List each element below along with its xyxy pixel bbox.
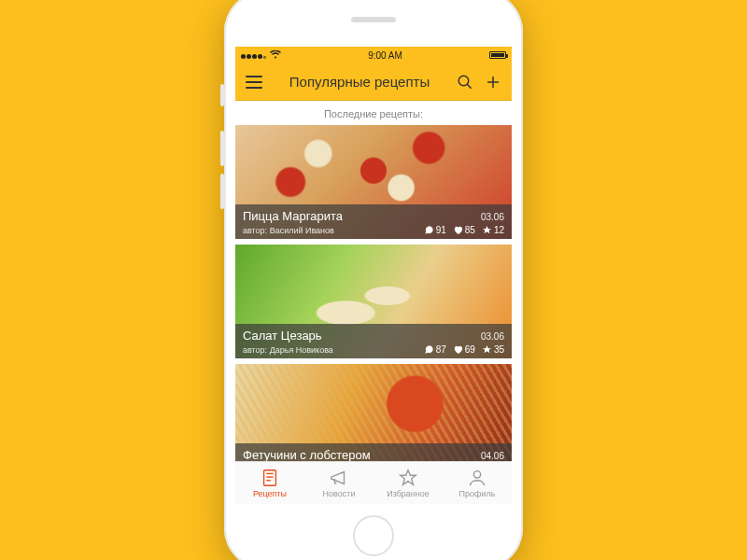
likes-stat: 69 (453, 344, 475, 355)
recipe-author: автор: Дарья Новикова (243, 345, 333, 355)
phone-side-button (220, 131, 224, 166)
recipe-title: Фетучини с лобстером (243, 448, 371, 461)
wifi-icon (270, 49, 281, 61)
recipe-overlay: Пицца Маргарита 03.06 автор: Василий Ива… (235, 204, 512, 239)
svg-line-1 (467, 84, 472, 89)
recipe-date: 03.06 (481, 212, 504, 222)
recipe-card[interactable]: Фетучини с лобстером 04.06 автор: Яросла… (235, 364, 512, 461)
tab-favorites[interactable]: Избранное (374, 462, 443, 504)
recipe-card[interactable]: Пицца Маргарита 03.06 автор: Василий Ива… (235, 125, 512, 239)
star-icon (482, 344, 492, 355)
add-button[interactable] (482, 71, 504, 93)
recipes-icon (260, 468, 280, 488)
svg-point-0 (458, 76, 469, 86)
comment-icon (424, 225, 434, 235)
recipe-stats: 91 85 12 (424, 225, 504, 235)
status-time: 9:00 AM (368, 50, 402, 61)
phone-frame: 9:00 AM Популярные рецепты Последние рец… (224, 0, 523, 560)
star-icon (482, 225, 492, 235)
megaphone-icon (329, 468, 349, 488)
recipe-card[interactable]: Салат Цезарь 03.06 автор: Дарья Новикова… (235, 245, 512, 358)
recipe-date: 04.06 (481, 451, 504, 461)
svg-point-8 (473, 471, 480, 478)
recipe-stats: 87 69 35 (424, 344, 504, 355)
recipe-title: Салат Цезарь (243, 329, 322, 343)
heart-icon (453, 225, 463, 235)
tab-news[interactable]: Новости (304, 462, 374, 504)
tab-label: Новости (323, 489, 356, 498)
recipe-overlay: Фетучини с лобстером 04.06 автор: Яросла… (235, 443, 512, 461)
tab-label: Рецепты (253, 489, 287, 498)
recipe-overlay: Салат Цезарь 03.06 автор: Дарья Новикова… (235, 324, 512, 358)
signal-icon (241, 50, 267, 61)
nav-bar: Популярные рецепты (235, 63, 512, 101)
hamburger-icon (246, 76, 262, 89)
tab-label: Избранное (387, 489, 430, 498)
search-button[interactable] (454, 71, 476, 93)
menu-button[interactable] (243, 71, 265, 93)
comment-icon (424, 344, 434, 355)
recipe-title: Пицца Маргарита (243, 209, 343, 223)
comments-stat: 91 (424, 225, 446, 235)
status-bar: 9:00 AM (235, 47, 512, 63)
search-icon (457, 74, 473, 91)
tab-profile[interactable]: Профиль (443, 462, 512, 504)
screen: 9:00 AM Популярные рецепты Последние рец… (235, 47, 512, 504)
svg-rect-4 (264, 470, 276, 486)
stars-stat: 12 (482, 225, 504, 235)
plus-icon (485, 74, 501, 91)
phone-speaker (351, 17, 396, 22)
home-button[interactable] (353, 515, 394, 556)
battery-icon (489, 51, 506, 59)
recipe-author: автор: Василий Иванов (243, 226, 334, 235)
tab-bar: Рецепты Новости Избранное Профиль (235, 461, 512, 504)
section-subheader: Последние рецепты: (235, 101, 512, 125)
recipe-date: 03.06 (481, 331, 504, 342)
heart-icon (453, 344, 463, 355)
page-title: Популярные рецепты (271, 74, 448, 90)
person-icon (467, 468, 487, 488)
tab-recipes[interactable]: Рецепты (235, 462, 304, 504)
stars-stat: 35 (482, 344, 504, 355)
star-icon (398, 468, 418, 488)
likes-stat: 85 (453, 225, 475, 235)
tab-label: Профиль (459, 489, 496, 498)
phone-side-button (220, 174, 224, 209)
recipe-list[interactable]: Пицца Маргарита 03.06 автор: Василий Ива… (235, 125, 512, 461)
phone-side-button (220, 84, 224, 106)
comments-stat: 87 (424, 344, 446, 355)
